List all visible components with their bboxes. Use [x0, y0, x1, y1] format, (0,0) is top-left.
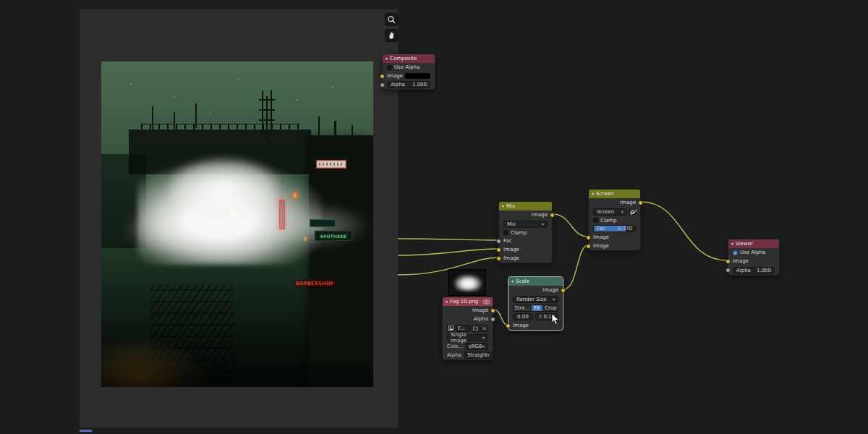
node-scale-header[interactable]: ▾ Scale	[509, 277, 563, 286]
alpha-input-socket[interactable]	[380, 82, 385, 88]
alpha-value-field[interactable]: Alpha 1.000	[733, 267, 775, 274]
node-viewer-header[interactable]: ▾ Viewer	[728, 239, 779, 248]
image-input-socket[interactable]	[506, 323, 511, 328]
chevron-down-icon: ▾	[542, 222, 544, 226]
use-alpha-checkbox[interactable]	[387, 65, 392, 70]
close-icon: ×	[482, 326, 486, 331]
mix-blendmode-row: Mix ▾	[499, 219, 552, 229]
alpha-value-field[interactable]: Alpha 1.000	[387, 81, 430, 88]
mouse-cursor	[551, 314, 561, 326]
composite-image-row: Image	[383, 72, 435, 80]
alpha-output-socket[interactable]	[490, 317, 495, 322]
node-composite[interactable]: ▾ Composite Use Alpha Image Alpha 1.000	[382, 54, 435, 90]
image-input-socket[interactable]	[586, 235, 591, 240]
fac-input-socket[interactable]	[496, 239, 501, 244]
unlink-button[interactable]: ×	[480, 325, 488, 332]
chevron-down-icon: ▾	[482, 344, 485, 349]
fog-image-preview	[448, 269, 486, 296]
building-railing	[141, 124, 300, 129]
image-input-socket[interactable]	[380, 74, 385, 79]
mix-output-row: Image	[499, 210, 552, 219]
zoom-tool-button[interactable]	[385, 13, 398, 26]
collapse-chevron-icon[interactable]: ▾	[731, 242, 733, 246]
fog-colorspace-row: Colo... sRGB ▾	[443, 342, 493, 351]
fit-method-buttons: Stre... Fit Crop	[513, 305, 558, 312]
screen-image1-row: Image	[589, 233, 640, 242]
collapse-chevron-icon[interactable]: ▾	[592, 192, 594, 196]
playback-blue-strip	[80, 430, 92, 432]
blend-mode-dropdown[interactable]: Screen ▾	[593, 208, 627, 216]
node-title: Scale	[516, 278, 529, 284]
filename-field[interactable]: F...	[456, 325, 471, 332]
collapse-chevron-icon[interactable]: ▾	[386, 56, 388, 61]
node-mix[interactable]: ▾ Mix Image Mix ▾ Clamp Fac Image Image	[498, 201, 553, 263]
mix-image2-row: Image	[499, 254, 552, 263]
screen-fac-row: Fac 0.770	[589, 224, 640, 233]
mix-fac-row: Fac	[499, 237, 552, 245]
photo-icon	[448, 326, 454, 331]
node-screen-header[interactable]: ▾ Screen	[589, 190, 640, 198]
chevron-down-icon: ▾	[482, 336, 485, 340]
image-output-label: Image	[532, 212, 548, 218]
preview-eye-icon[interactable]	[483, 299, 490, 305]
node-screen[interactable]: ▾ Screen Image Screen ▾ Clamp Fac 0.770 …	[588, 189, 641, 251]
colorspace-dropdown[interactable]: sRGB ▾	[465, 343, 488, 350]
colorspace-label: Colo...	[447, 344, 463, 349]
stretch-button[interactable]: Stre...	[514, 305, 532, 311]
bright-light-dot	[231, 212, 234, 215]
clamp-checkbox[interactable]	[593, 218, 598, 223]
space-dropdown[interactable]: Render Size ▾	[513, 296, 558, 303]
fac-label: Fac	[503, 238, 512, 244]
use-alpha-checkbox[interactable]: ✓	[733, 250, 738, 255]
composite-alpha-row: Alpha 1.000	[383, 80, 435, 89]
foreground-shadow	[101, 349, 373, 387]
alpha-label: Alpha	[736, 268, 751, 273]
blend-mode-dropdown[interactable]: Mix ▾	[503, 221, 548, 228]
image-color-swatch[interactable]	[405, 73, 430, 79]
alpha-label: Alpha	[391, 82, 405, 88]
image-output-socket[interactable]	[561, 288, 566, 293]
image-input-socket[interactable]	[496, 256, 501, 261]
image-input-socket[interactable]	[496, 247, 501, 252]
blend-mode-value: Mix	[507, 221, 516, 227]
collapse-chevron-icon[interactable]: ▾	[502, 204, 504, 208]
offset-x-field[interactable]: 0.00	[513, 313, 533, 320]
browse-file-button[interactable]	[472, 325, 480, 332]
viewer-image-row: Image	[728, 257, 779, 265]
image-output-socket[interactable]	[638, 200, 643, 205]
node-viewer[interactable]: ▾ Viewer ✓ Use Alpha Image Alpha 1.000	[728, 239, 780, 276]
node-fog-header[interactable]: ▾ Fog 10.png	[443, 297, 493, 306]
sky-specks	[130, 83, 132, 85]
barbershop-sign: BARBERSHOP	[294, 280, 336, 287]
chevron-down-icon: ▾	[488, 353, 490, 357]
node-title: Composite	[390, 56, 417, 61]
source-dropdown[interactable]: Single Image ▾	[447, 334, 488, 341]
collapse-chevron-icon[interactable]: ▾	[446, 299, 448, 304]
alpha-mode-label: Alpha	[447, 352, 461, 358]
alpha-mode-dropdown[interactable]: Straight ▾	[464, 352, 493, 359]
fog-alpha-mode-row: Alpha Straight ▾	[443, 351, 493, 359]
image-datablock-icon[interactable]	[447, 325, 455, 332]
teal-sign	[310, 219, 336, 227]
texture-image-icon[interactable]	[629, 209, 636, 215]
collapse-chevron-icon[interactable]: ▾	[511, 279, 514, 284]
image-output-socket[interactable]	[490, 308, 495, 313]
fit-button[interactable]: Fit	[532, 305, 544, 311]
alpha-value: 1.000	[757, 268, 771, 273]
image-output-socket[interactable]	[550, 213, 555, 218]
crop-button[interactable]: Crop	[543, 305, 558, 311]
node-fog-image[interactable]: ▾ Fog 10.png Image Alpha F...	[442, 297, 493, 360]
fog-image-output-row: Image	[443, 306, 493, 315]
alpha-input-socket[interactable]	[726, 268, 731, 273]
alpha-mode-value: Straight	[467, 352, 488, 358]
node-mix-header[interactable]: ▾ Mix	[499, 202, 552, 210]
image-label: Image	[387, 73, 403, 79]
image-input-socket[interactable]	[586, 244, 591, 249]
fac-slider[interactable]: Fac 0.770	[593, 225, 636, 232]
clamp-checkbox[interactable]	[503, 230, 509, 235]
white-billboard	[316, 160, 346, 169]
magnifier-icon	[387, 15, 396, 24]
node-composite-header[interactable]: ▾ Composite	[383, 54, 435, 63]
image-input-socket[interactable]	[726, 259, 731, 264]
pan-tool-button[interactable]	[385, 29, 398, 42]
